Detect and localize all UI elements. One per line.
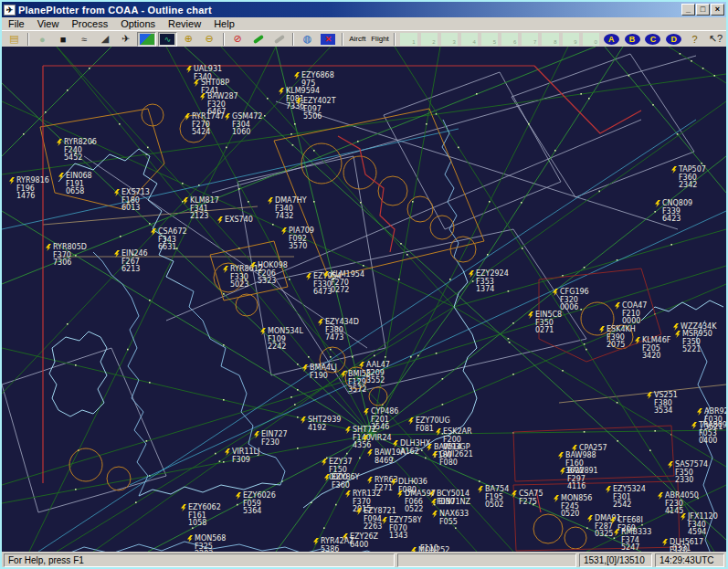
view-8-button[interactable]: 8 bbox=[541, 32, 559, 47]
aircraft-label[interactable]: RYR9816 F196 1476 bbox=[9, 177, 49, 201]
view-3-button[interactable]: 3 bbox=[440, 32, 459, 47]
aircraft-label[interactable]: JFX1120 F340 4594 bbox=[681, 513, 718, 537]
aircraft-label[interactable]: EZY6026 F059 5364 bbox=[236, 492, 276, 516]
aircraft-label[interactable]: SHT2939 4192 bbox=[301, 416, 341, 432]
app-icon[interactable]: ✈ bbox=[4, 5, 16, 16]
aircraft-label[interactable]: CSA75 F275 bbox=[512, 490, 543, 506]
aircraft-label[interactable]: EZY758Y F070 1343 bbox=[382, 517, 422, 541]
restore-button[interactable]: □ bbox=[696, 4, 710, 16]
setup-wrench-button[interactable] bbox=[248, 32, 268, 47]
select-c-button[interactable]: C bbox=[644, 32, 663, 47]
menu-review[interactable]: Review bbox=[162, 17, 207, 30]
title-bar[interactable]: ✈ PlanePlotter from COAA - Outline chart… bbox=[2, 2, 726, 17]
flight-button[interactable]: Flight bbox=[370, 32, 391, 47]
mute-alert-button[interactable]: ✕ bbox=[319, 32, 338, 47]
view-9-button[interactable]: 9 bbox=[562, 32, 580, 47]
view-4-button[interactable]: 4 bbox=[460, 32, 479, 47]
aircraft-label[interactable]: GSM472 F304 1060 bbox=[225, 113, 262, 137]
open-file-button[interactable]: ▤ bbox=[5, 32, 24, 47]
aircraft-label[interactable]: NAX633 F055 bbox=[432, 511, 469, 526]
replay-wave-button[interactable]: ≈ bbox=[75, 32, 94, 47]
menu-process[interactable]: Process bbox=[65, 17, 114, 30]
aircraft-label[interactable]: RYR42AZ 5386 bbox=[313, 538, 354, 552]
aircraft-label[interactable]: DMA597 F066 0522 bbox=[397, 490, 436, 514]
view-5-button[interactable]: 5 bbox=[480, 32, 499, 47]
aircraft-label[interactable]: BA754 F195 0502 bbox=[478, 486, 509, 510]
aircraft-label[interactable]: EXS740 bbox=[217, 216, 253, 225]
aircraft-label[interactable]: BMI53 F129 3572 bbox=[341, 371, 371, 395]
zoom-out-button[interactable]: ⊖ bbox=[200, 32, 219, 47]
menu-help[interactable]: Help bbox=[207, 17, 241, 30]
view-6-button[interactable]: 6 bbox=[501, 32, 519, 47]
aircraft-label[interactable]: EZY2924 F353 1374 bbox=[469, 270, 509, 294]
minimize-button[interactable]: _ bbox=[681, 4, 695, 16]
menu-file[interactable]: File bbox=[2, 17, 31, 30]
map-chart-button[interactable] bbox=[137, 32, 156, 47]
aircraft-label[interactable]: TAP507 F360 2342 bbox=[671, 166, 706, 190]
aircraft-label[interactable]: EZY402T F097 5506 bbox=[296, 98, 336, 121]
aircraft-label[interactable]: PIA709 F092 3570 bbox=[281, 227, 314, 251]
outline-chart-button[interactable]: ∿ bbox=[158, 32, 177, 47]
aircraft-label[interactable]: CSA672 F343 6631 bbox=[151, 228, 187, 252]
view-7-button[interactable]: 7 bbox=[521, 32, 539, 47]
aircraft-label[interactable]: F110 bbox=[413, 545, 438, 552]
aircraft-label[interactable]: DMA7HY F340 7432 bbox=[268, 197, 307, 221]
help-button[interactable]: ? bbox=[685, 32, 704, 47]
menu-options[interactable]: Options bbox=[114, 17, 162, 30]
aircraft-label[interactable]: RYR805D F370 7306 bbox=[46, 244, 87, 268]
view-0-button[interactable]: 0 bbox=[582, 32, 600, 47]
aircraft-label[interactable]: MSR950 F350 5221 bbox=[675, 331, 712, 354]
context-help-button[interactable]: ↖? bbox=[706, 32, 725, 47]
outline-chart-map[interactable]: RYR9816 F196 1476UAL931 F340SHT08P F241B… bbox=[2, 47, 726, 552]
aircraft-label[interactable]: GWI2621 F080 bbox=[432, 451, 473, 467]
aircraft-label[interactable]: CFG196 F320 0006 bbox=[553, 289, 589, 312]
aircraft-label[interactable]: VS251 F380 3534 bbox=[647, 392, 678, 416]
aircraft-label[interactable]: 0331 bbox=[665, 545, 691, 552]
aircraft-label[interactable]: EZY6868 975 bbox=[294, 72, 334, 88]
aircraft-label[interactable]: EZY434D F380 7473 bbox=[318, 319, 359, 342]
select-d-button[interactable]: D bbox=[664, 32, 683, 47]
aircraft-label[interactable]: EIN71NZ bbox=[431, 499, 470, 507]
aircraft-label[interactable]: EIN068 F191 0658 bbox=[58, 173, 92, 196]
aircraft-label[interactable]: HOK098 F206 5323 bbox=[250, 262, 288, 286]
select-b-button[interactable]: B bbox=[623, 32, 642, 47]
ramp-button[interactable]: ◢ bbox=[95, 32, 114, 47]
aircraft-label[interactable]: RMB333 F374 5247 bbox=[614, 529, 651, 552]
select-a-button[interactable]: A bbox=[602, 32, 621, 47]
setup-wrench-disabled[interactable] bbox=[269, 32, 289, 47]
aircraft-label[interactable]: EZY86Y F360 bbox=[324, 474, 360, 490]
view-2-button[interactable]: 2 bbox=[420, 32, 438, 47]
close-button[interactable]: × bbox=[711, 4, 724, 16]
aircraft-label[interactable]: EIN5C8 F350 0271 bbox=[528, 311, 562, 335]
aircft-button[interactable]: Aircft bbox=[347, 32, 368, 47]
aircraft-label[interactable]: KLM46F F205 3420 bbox=[635, 337, 670, 361]
aircraft-label[interactable]: VIR24 bbox=[363, 435, 392, 443]
aircraft-label[interactable]: RYR1747 F270 5424 bbox=[185, 113, 225, 137]
aircraft-label[interactable]: EZY5324 F301 2542 bbox=[606, 486, 646, 510]
aircraft-label[interactable]: ESK4KH F390 2075 bbox=[599, 326, 636, 350]
aircraft-label[interactable]: BMA4LJ F190 bbox=[302, 364, 337, 380]
aircraft-view-button[interactable]: ✈ bbox=[116, 32, 135, 47]
aircraft-label[interactable]: COA47 F210 0000 bbox=[615, 302, 647, 326]
zoom-in-button[interactable]: ⊕ bbox=[179, 32, 198, 47]
aircraft-label[interactable]: VIR11LJ F309 bbox=[225, 448, 259, 464]
aircraft-label[interactable]: CNQ809 F339 6423 bbox=[655, 200, 692, 224]
aircraft-label[interactable]: SAS7574 F350 2330 bbox=[668, 461, 708, 485]
view-1-button[interactable]: 1 bbox=[399, 32, 417, 47]
aircraft-label[interactable]: MON568 F325 2203 bbox=[187, 535, 226, 552]
aircraft-label[interactable]: KLM1954 F270 0272 bbox=[323, 271, 364, 295]
aircraft-label[interactable]: MON534L F109 2242 bbox=[260, 328, 303, 352]
aircraft-label[interactable]: EIN727 F230 bbox=[254, 431, 288, 447]
record-dot-button[interactable]: ● bbox=[33, 32, 52, 47]
aircraft-label[interactable]: KLM817 F341 2123 bbox=[183, 197, 219, 221]
aircraft-label[interactable]: TRA8093 F053 0400 bbox=[691, 422, 726, 446]
aircraft-label[interactable]: EIN246 F267 6213 bbox=[114, 250, 148, 274]
globe-button[interactable]: ◍ bbox=[298, 32, 317, 47]
no-entry-button[interactable]: ⊘ bbox=[228, 32, 248, 47]
stop-button[interactable]: ■ bbox=[54, 32, 73, 47]
menu-view[interactable]: View bbox=[31, 17, 66, 30]
aircraft-label[interactable]: BAW891 F297 4116 bbox=[560, 468, 598, 491]
aircraft-label[interactable]: RYR8206 F240 5452 bbox=[57, 139, 97, 163]
aircraft-label[interactable]: EZY6062 F161 1058 bbox=[181, 504, 221, 528]
aircraft-label[interactable]: EXS713 F180 6013 bbox=[114, 189, 150, 213]
